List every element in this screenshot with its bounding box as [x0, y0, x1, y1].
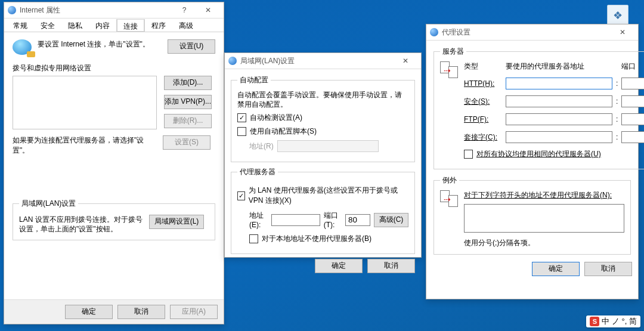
exceptions-textarea[interactable] [464, 204, 624, 233]
ime-indicator[interactable]: S 中 ノ °, 简 [586, 315, 640, 327]
close-button[interactable]: ✕ [394, 53, 417, 69]
tab-安全[interactable]: 安全 [34, 18, 61, 32]
same-for-all-label: 对所有协议均使用相同的代理服务器(U) [476, 149, 601, 159]
globe-icon [13, 39, 32, 55]
http-address-input[interactable] [506, 78, 612, 89]
setup-button[interactable]: 设置(U) [168, 39, 215, 54]
script-address-label: 地址(R) [249, 141, 274, 151]
proxy-settings-ok-button[interactable]: 确定 [532, 262, 580, 276]
lan-settings-cancel-button[interactable]: 取消 [367, 259, 415, 273]
checkbox-icon [237, 127, 246, 136]
auto-detect-checkbox[interactable]: 自动检测设置(A) [237, 113, 408, 123]
dialup-section-title: 拨号和虚拟专用网络设置 [13, 63, 215, 73]
socks-port-input[interactable] [621, 131, 644, 143]
ime-badge-icon: S [590, 317, 599, 326]
exceptions-hint: 对于下列字符开头的地址不使用代理服务器(N): [464, 190, 624, 200]
proxy-settings-title: 代理设置 [442, 27, 611, 38]
lan-hint-text: LAN 设置不应用到拨号连接。对于拨号设置，单击上面的"设置"按钮。 [19, 215, 145, 234]
advanced-proxy-button[interactable]: 高级(C) [374, 213, 408, 227]
internet-options-ok-button[interactable]: 确定 [65, 305, 113, 319]
secure-port-input[interactable] [621, 95, 644, 107]
internet-icon [228, 57, 237, 65]
exceptions-group: 例外 ⇢ 对于下列字符开头的地址不使用代理服务器(N): 使用分号(;)分隔各项… [434, 175, 631, 255]
internet-icon [8, 6, 16, 14]
header-addr: 要使用的代理服务器地址 [506, 61, 621, 72]
use-proxy-label: 为 LAN 使用代理服务器(这些设置不用于拨号或 VPN 连接)(X) [249, 185, 408, 206]
internet-options-cancel-button[interactable]: 取消 [117, 305, 165, 319]
checkbox-icon [249, 234, 258, 243]
tab-常规[interactable]: 常规 [7, 18, 34, 32]
socks-label: 套接字(C): [464, 132, 506, 143]
tab-程序[interactable]: 程序 [145, 18, 172, 32]
proxy-server-group-title: 代理服务器 [237, 167, 278, 177]
close-button[interactable]: ✕ [611, 24, 634, 40]
auto-script-checkbox[interactable]: 使用自动配置脚本(S) [237, 126, 408, 137]
bypass-local-checkbox[interactable]: 对于本地地址不使用代理服务器(B) [237, 234, 408, 244]
proxy-server-group: 代理服务器 为 LAN 使用代理服务器(这些设置不用于拨号或 VPN 连接)(X… [231, 167, 415, 254]
servers-group: 服务器 ⇢ 类型 要使用的代理服务器地址 端口 HTTP(H): [434, 47, 644, 169]
ime-text: 中 ノ °, 简 [602, 316, 637, 327]
tab-隐私[interactable]: 隐私 [61, 18, 89, 32]
use-proxy-checkbox[interactable]: 为 LAN 使用代理服务器(这些设置不用于拨号或 VPN 连接)(X) [237, 185, 408, 206]
dialup-hint-text: 如果要为连接配置代理服务器，请选择"设置"。 [13, 135, 156, 156]
lan-group: 局域网(LAN)设置 LAN 设置不应用到拨号连接。对于拨号设置，单击上面的"设… [13, 199, 215, 240]
setup-hint-text: 要设置 Internet 连接，单击"设置"。 [38, 39, 150, 49]
lan-settings-ok-button[interactable]: 确定 [315, 259, 363, 273]
exceptions-icon: ⇢ [440, 190, 460, 208]
help-button[interactable]: ? [172, 2, 196, 18]
add-dialup-button[interactable]: 添加(D)... [164, 76, 212, 90]
checkbox-icon [237, 191, 245, 200]
auto-config-group: 自动配置 自动配置会覆盖手动设置。要确保使用手动设置，请禁用自动配置。 自动检测… [231, 75, 415, 162]
auto-config-hint: 自动配置会覆盖手动设置。要确保使用手动设置，请禁用自动配置。 [237, 90, 408, 109]
dialup-list[interactable] [13, 76, 157, 129]
lan-settings-button[interactable]: 局域网设置(L) [149, 215, 204, 229]
lan-group-title: 局域网(LAN)设置 [19, 199, 78, 209]
ftp-port-input[interactable] [621, 113, 644, 125]
header-type: 类型 [464, 61, 506, 72]
remove-dialup-button[interactable]: 删除(R)... [164, 114, 212, 128]
http-label: HTTP(H): [464, 79, 506, 88]
tab-内容[interactable]: 内容 [89, 18, 116, 32]
tab-高级[interactable]: 高级 [172, 18, 200, 32]
auto-script-label: 使用自动配置脚本(S) [250, 126, 317, 137]
socks-address-input[interactable] [506, 131, 612, 143]
ftp-label: FTP(F): [464, 115, 506, 123]
auto-config-group-title: 自动配置 [237, 75, 271, 85]
lan-settings-dialog: 局域网(LAN)设置 ✕ 自动配置 自动配置会覆盖手动设置。要确保使用手动设置，… [224, 52, 422, 258]
proxy-settings-titlebar: 代理设置 ✕ [426, 24, 638, 41]
exceptions-group-title: 例外 [440, 175, 459, 185]
exceptions-note: 使用分号(;)分隔各项。 [464, 238, 624, 248]
http-port-input[interactable] [621, 78, 644, 89]
internet-options-dialog: Internet 属性 ? ✕ 常规安全隐私内容连接程序高级 要设置 Inter… [4, 2, 224, 324]
proxy-address-label: 地址(E): [249, 211, 268, 229]
bypass-local-label: 对于本地地址不使用代理服务器(B) [262, 234, 371, 244]
add-vpn-button[interactable]: 添加 VPN(P)... [164, 95, 212, 109]
checkbox-icon [464, 150, 473, 159]
lan-settings-title: 局域网(LAN)设置 [240, 56, 394, 66]
script-address-input [277, 140, 379, 152]
tab-连接[interactable]: 连接 [116, 19, 145, 32]
close-button[interactable]: ✕ [196, 2, 220, 18]
internet-options-apply-button[interactable]: 应用(A) [170, 305, 218, 319]
proxy-servers-icon: ⇢ [440, 61, 460, 79]
checkbox-icon [237, 113, 246, 122]
internet-icon [430, 28, 438, 36]
lan-settings-titlebar: 局域网(LAN)设置 ✕ [225, 53, 421, 69]
internet-options-title: Internet 属性 [20, 5, 172, 16]
dialup-settings-button[interactable]: 设置(S) [163, 135, 210, 150]
proxy-settings-cancel-button[interactable]: 取消 [584, 262, 632, 276]
proxy-port-input[interactable] [345, 214, 370, 226]
desktop-shortcut-icon[interactable]: ❖ [607, 5, 628, 26]
ftp-address-input[interactable] [506, 113, 612, 125]
proxy-address-input[interactable] [271, 214, 320, 226]
proxy-settings-dialog: 代理设置 ✕ 服务器 ⇢ 类型 要使用的代理服务器地址 端口 [426, 24, 639, 299]
auto-detect-label: 自动检测设置(A) [250, 113, 302, 123]
proxy-port-label: 端口(T): [324, 211, 342, 229]
secure-address-input[interactable] [506, 95, 612, 107]
same-for-all-checkbox[interactable]: 对所有协议均使用相同的代理服务器(U) [464, 149, 644, 159]
internet-options-titlebar: Internet 属性 ? ✕ [4, 2, 224, 18]
secure-label: 安全(S): [464, 97, 506, 107]
header-port: 端口 [621, 61, 644, 72]
servers-group-title: 服务器 [440, 47, 466, 57]
